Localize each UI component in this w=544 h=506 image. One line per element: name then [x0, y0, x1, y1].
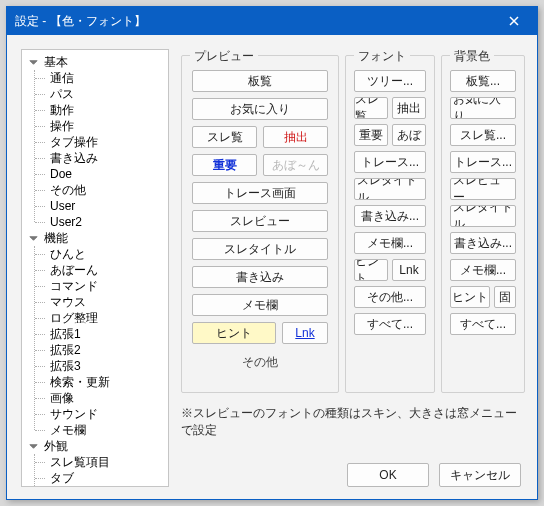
- bg-memo-button[interactable]: メモ欄...: [450, 259, 516, 281]
- group-bg: 背景色 板覧... お気に入り... スレ覧... トレース... スレビュー.…: [441, 55, 525, 393]
- tree-node-basic[interactable]: 基本: [41, 54, 71, 71]
- preview-other-label: その他: [192, 350, 328, 371]
- close-button[interactable]: [499, 10, 529, 32]
- bg-hint-button[interactable]: ヒント: [450, 286, 490, 308]
- client-area: 基本 通信 パス 動作 操作 タブ操作 書き込み Doe その他 User Us…: [7, 35, 537, 499]
- group-legend: フォント: [354, 48, 410, 65]
- group-legend: プレビュー: [190, 48, 258, 65]
- bg-write-button[interactable]: 書き込み...: [450, 232, 516, 254]
- font-restitle-button[interactable]: スレタイトル...: [354, 178, 426, 200]
- bg-all-button[interactable]: すべて...: [450, 313, 516, 335]
- bg-restitle-button[interactable]: スレタイトル...: [450, 205, 516, 227]
- tree-item[interactable]: サウンド: [47, 406, 101, 423]
- tree-item[interactable]: その他: [47, 182, 89, 199]
- tree-item[interactable]: タブ操作: [47, 134, 101, 151]
- preview-lnk[interactable]: Lnk: [282, 322, 328, 344]
- bg-fixed-button[interactable]: 固: [494, 286, 516, 308]
- chevron-down-icon[interactable]: [28, 57, 39, 68]
- preview-restitle[interactable]: スレタイトル: [192, 238, 328, 260]
- tree-item[interactable]: ログ整理: [47, 310, 101, 327]
- window-title: 設定 - 【色・フォント】: [15, 13, 499, 30]
- tree-item[interactable]: スレ覧項目: [47, 454, 113, 471]
- preview-memo[interactable]: メモ欄: [192, 294, 328, 316]
- font-extract-button[interactable]: 抽出: [392, 97, 426, 119]
- font-all-button[interactable]: すべて...: [354, 313, 426, 335]
- tree-item[interactable]: マウス: [47, 294, 89, 311]
- font-write-button[interactable]: 書き込み...: [354, 205, 426, 227]
- tree-item[interactable]: スタイル: [47, 486, 101, 488]
- tree-item[interactable]: 通信: [47, 70, 77, 87]
- tree-item[interactable]: 動作: [47, 102, 77, 119]
- tree-item[interactable]: Doe: [47, 167, 75, 181]
- font-tree-button[interactable]: ツリー...: [354, 70, 426, 92]
- preview-trace[interactable]: トレース画面: [192, 182, 328, 204]
- preview-resview[interactable]: スレビュー: [192, 210, 328, 232]
- tree-item[interactable]: 拡張2: [47, 342, 84, 359]
- preview-board[interactable]: 板覧: [192, 70, 328, 92]
- bg-fav-button[interactable]: お気に入り...: [450, 97, 516, 119]
- preview-abone[interactable]: あぼ～ん: [263, 154, 328, 176]
- font-trace-button[interactable]: トレース...: [354, 151, 426, 173]
- group-preview: プレビュー 板覧 お気に入り スレ覧 抽出 重要 あぼ～ん トレース画面 スレビ…: [181, 55, 339, 393]
- preview-fav[interactable]: お気に入り: [192, 98, 328, 120]
- category-tree[interactable]: 基本 通信 パス 動作 操作 タブ操作 書き込み Doe その他 User Us…: [21, 49, 169, 487]
- tree-item[interactable]: メモ欄: [47, 422, 89, 439]
- group-legend: 背景色: [450, 48, 494, 65]
- font-other-button[interactable]: その他...: [354, 286, 426, 308]
- font-thread-button[interactable]: スレ覧: [354, 97, 388, 119]
- bg-trace-button[interactable]: トレース...: [450, 151, 516, 173]
- preview-write[interactable]: 書き込み: [192, 266, 328, 288]
- preview-important[interactable]: 重要: [192, 154, 257, 176]
- tree-item[interactable]: あぼーん: [47, 262, 101, 279]
- font-important-button[interactable]: 重要: [354, 124, 388, 146]
- tree-item[interactable]: パス: [47, 86, 77, 103]
- group-font: フォント ツリー... スレ覧 抽出 重要 あぼ トレース... スレタイトル.…: [345, 55, 435, 393]
- tree-item[interactable]: 検索・更新: [47, 374, 113, 391]
- preview-extract[interactable]: 抽出: [263, 126, 328, 148]
- titlebar[interactable]: 設定 - 【色・フォント】: [7, 7, 537, 35]
- tree-node-func[interactable]: 機能: [41, 230, 71, 247]
- tree-node-appearance[interactable]: 外観: [41, 438, 71, 455]
- font-hint-button[interactable]: ヒント: [354, 259, 388, 281]
- bg-resview-button[interactable]: スレビュー...: [450, 178, 516, 200]
- cancel-button[interactable]: キャンセル: [439, 463, 521, 487]
- chevron-down-icon[interactable]: [28, 233, 39, 244]
- settings-dialog: 設定 - 【色・フォント】 基本 通信 パス 動作: [6, 6, 538, 500]
- tree-item[interactable]: タブ: [47, 470, 77, 487]
- tree-item[interactable]: コマンド: [47, 278, 101, 295]
- chevron-down-icon[interactable]: [28, 441, 39, 452]
- font-abone-button[interactable]: あぼ: [392, 124, 426, 146]
- preview-hint[interactable]: ヒント: [192, 322, 276, 344]
- tree-item[interactable]: ひんと: [47, 246, 89, 263]
- tree-item[interactable]: 操作: [47, 118, 77, 135]
- preview-thread[interactable]: スレ覧: [192, 126, 257, 148]
- dialog-buttons: OK キャンセル: [347, 463, 521, 487]
- bg-thread-button[interactable]: スレ覧...: [450, 124, 516, 146]
- tree-item[interactable]: 拡張3: [47, 358, 84, 375]
- bg-board-button[interactable]: 板覧...: [450, 70, 516, 92]
- close-icon: [509, 16, 519, 26]
- footnote: ※スレビューのフォントの種類はスキン、大きさは窓メニューで設定: [181, 405, 525, 439]
- tree-item[interactable]: User: [47, 199, 78, 213]
- ok-button[interactable]: OK: [347, 463, 429, 487]
- font-lnk-button[interactable]: Lnk: [392, 259, 426, 281]
- tree-item[interactable]: 画像: [47, 390, 77, 407]
- tree-item[interactable]: 拡張1: [47, 326, 84, 343]
- tree-item[interactable]: User2: [47, 215, 85, 229]
- tree-item[interactable]: 書き込み: [47, 150, 101, 167]
- font-memo-button[interactable]: メモ欄...: [354, 232, 426, 254]
